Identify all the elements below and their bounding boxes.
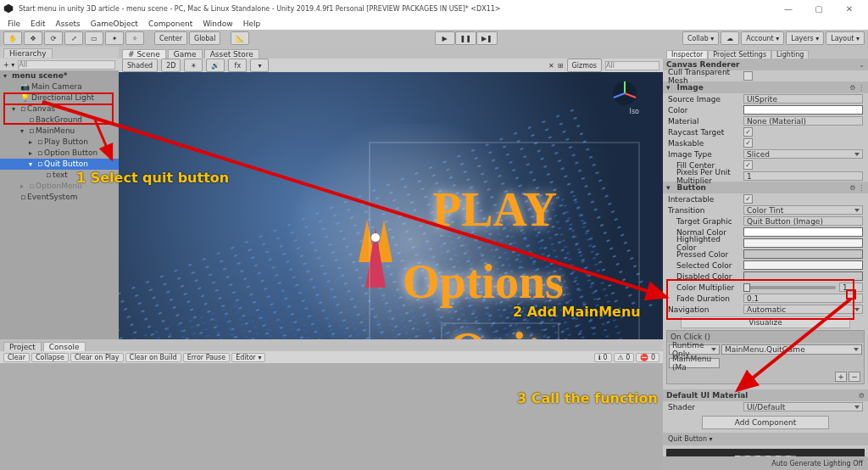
tab-lighting[interactable]: Lighting — [771, 50, 809, 59]
tab-scene[interactable]: # Scene — [122, 49, 166, 59]
console-warn-count[interactable]: ⚠ 0 — [614, 353, 635, 362]
menu-window[interactable]: Window — [198, 20, 237, 28]
menu-edit[interactable]: Edit — [26, 20, 49, 28]
node-mainmenu[interactable]: ▫ MainMenu — [0, 126, 119, 137]
preview-title[interactable]: Quit Button ▾ — [663, 433, 868, 445]
dropdown-image-type[interactable]: Sliced — [743, 149, 863, 159]
account-dropdown[interactable]: Account ▾ — [741, 31, 784, 45]
color-highlighted[interactable] — [743, 238, 863, 248]
2d-toggle[interactable]: 2D — [161, 59, 181, 72]
field-material[interactable]: None (Material) — [743, 116, 863, 126]
node-canvas[interactable]: ▫ Canvas — [0, 104, 119, 115]
slider-color-mult[interactable] — [743, 286, 836, 289]
dropdown-transition[interactable]: Color Tint — [743, 205, 863, 215]
minimize-button[interactable]: — — [773, 0, 804, 17]
node-directional-light[interactable]: 💡 Directional Light — [0, 92, 119, 104]
move-tool[interactable]: ✥ — [24, 31, 42, 45]
scale-tool[interactable]: ⤢ — [64, 31, 83, 45]
menu-file[interactable]: File — [3, 20, 25, 28]
draw-mode-icon[interactable]: ⊞ — [558, 62, 564, 70]
console-clear-on-build[interactable]: Clear on Build — [125, 353, 181, 362]
checkbox-interactable[interactable] — [743, 194, 753, 204]
console-body[interactable] — [0, 363, 663, 470]
layout-dropdown[interactable]: Layout ▾ — [826, 31, 865, 45]
console-collapse[interactable]: Collapse — [31, 353, 69, 362]
cloud-icon[interactable]: ☁ — [721, 31, 739, 45]
shading-mode[interactable]: Shaded — [122, 59, 158, 72]
rotate-tool[interactable]: ⟳ — [44, 31, 63, 45]
audio-icon[interactable]: 🔊 — [206, 59, 225, 72]
console-error-pause[interactable]: Error Pause — [183, 353, 231, 362]
menu-assets[interactable]: Assets — [52, 20, 85, 28]
snap-toggle[interactable]: 📐 — [231, 31, 249, 45]
tab-asset-store[interactable]: Asset Store — [204, 49, 259, 59]
field-ppum[interactable]: 1 — [743, 171, 863, 181]
lighting-icon[interactable]: ☀ — [184, 59, 203, 72]
rect-tool[interactable]: ▭ — [85, 31, 103, 45]
onclick-remove-button[interactable]: − — [849, 372, 860, 382]
color-image[interactable] — [743, 105, 863, 115]
camera-select-icon[interactable]: ✕ — [548, 62, 554, 70]
console-info-count[interactable]: ℹ 0 — [594, 353, 612, 362]
pause-button[interactable]: ❚❚ — [455, 31, 476, 45]
console-editor[interactable]: Editor ▾ — [231, 353, 265, 362]
node-play-button[interactable]: ▫ Play Button — [0, 137, 119, 148]
maximize-button[interactable]: ▢ — [804, 0, 834, 17]
scene-search[interactable] — [605, 61, 659, 70]
field-target-graphic[interactable]: Quit Button (Image) — [743, 216, 863, 226]
transform-tool[interactable]: ✦ — [105, 31, 124, 45]
component-button[interactable]: Button — [677, 183, 706, 192]
create-dropdown[interactable]: + ▾ — [3, 61, 14, 69]
onclick-function-dropdown[interactable]: MainMenu.QuitGame — [721, 344, 862, 355]
checkbox-cull[interactable] — [743, 71, 753, 81]
gizmos-dropdown[interactable]: Gizmos — [567, 59, 602, 72]
tab-console[interactable]: Console — [43, 342, 86, 351]
hand-tool[interactable]: ✋ — [3, 31, 22, 45]
custom-tool[interactable]: ✧ — [125, 31, 144, 45]
component-image[interactable]: Image — [677, 83, 704, 92]
node-text[interactable]: ▫ text — [0, 170, 119, 181]
vis-dropdown[interactable]: ▾ — [250, 59, 269, 72]
add-component-button[interactable]: Add Component — [702, 416, 829, 429]
material-header[interactable]: Default UI Material — [666, 391, 748, 400]
node-background[interactable]: ▫ BackGround — [0, 115, 119, 126]
close-button[interactable]: ✕ — [834, 0, 865, 17]
step-button[interactable]: ▶❚ — [476, 31, 498, 45]
node-optionmenu[interactable]: ▫ OptionMenu — [0, 181, 119, 192]
menu-component[interactable]: Component — [144, 20, 197, 28]
hierarchy-tab[interactable]: Hierarchy — [3, 48, 53, 58]
console-error-count[interactable]: ⛔ 0 — [636, 353, 659, 362]
color-normal[interactable] — [743, 227, 863, 237]
fx-icon[interactable]: fx — [228, 59, 247, 72]
hierarchy-search[interactable] — [18, 60, 115, 70]
collab-dropdown[interactable]: Collab ▾ — [682, 31, 719, 45]
onclick-add-button[interactable]: + — [835, 372, 847, 382]
pivot-toggle[interactable]: Center — [154, 31, 187, 45]
menu-gameobject[interactable]: GameObject — [86, 20, 142, 28]
color-disabled[interactable] — [743, 271, 863, 281]
layers-dropdown[interactable]: Layers ▾ — [786, 31, 824, 45]
checkbox-fill-center[interactable] — [743, 160, 753, 170]
field-fade-duration[interactable]: 0.1 — [743, 294, 863, 303]
node-main-camera[interactable]: 📷 Main Camera — [0, 81, 119, 92]
node-option-button[interactable]: ▫ Option Button — [0, 148, 119, 159]
menu-help[interactable]: Help — [239, 20, 265, 28]
checkbox-raycast[interactable] — [743, 127, 753, 137]
visualize-button[interactable]: Visualize — [681, 316, 850, 328]
dropdown-navigation[interactable]: Automatic — [743, 305, 863, 314]
onclick-runtime-dropdown[interactable]: Runtime Only — [669, 344, 720, 355]
space-toggle[interactable]: Global — [189, 31, 221, 45]
tab-game[interactable]: Game — [168, 49, 203, 59]
console-clear[interactable]: Clear — [3, 353, 30, 362]
field-source-image[interactable]: UISprite — [743, 94, 863, 104]
checkbox-maskable[interactable] — [743, 138, 753, 148]
dropdown-shader[interactable]: UI/Default — [743, 402, 863, 411]
orientation-gizmo[interactable] — [610, 79, 639, 108]
node-quit-button[interactable]: ▫ Quit Button — [0, 159, 119, 170]
onclick-object-field[interactable]: MainMenu (Ma — [669, 358, 720, 368]
color-pressed[interactable] — [743, 249, 863, 259]
console-clear-on-play[interactable]: Clear on Play — [70, 353, 124, 362]
play-button[interactable]: ▶ — [435, 31, 455, 45]
color-selected[interactable] — [743, 260, 863, 270]
tab-project-settings[interactable]: Project Settings — [708, 50, 771, 59]
